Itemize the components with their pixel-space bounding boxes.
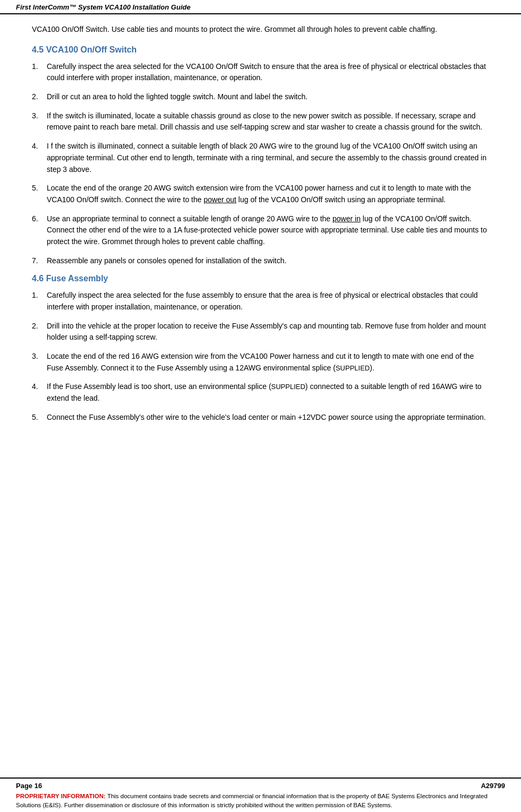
page-container: First InterComm™ System VCA100 Installat… (0, 0, 521, 812)
intro-paragraph: VCA100 On/Off Switch. Use cable ties and… (32, 24, 489, 36)
list-text-4: If the Fuse Assembly lead is too short, … (47, 381, 489, 404)
text-part: ). (370, 364, 374, 372)
list-text: Carefully inspect the area selected for … (47, 290, 489, 313)
footer-proprietary: PROPRIETARY INFORMATION: This document c… (16, 792, 505, 810)
list-item: 7. Reassemble any panels or consoles ope… (32, 255, 489, 267)
list-num: 5. (32, 412, 47, 424)
supplied-text: SUPPLIED (271, 383, 305, 391)
list-num: 5. (32, 183, 47, 194)
list-text: Carefully inspect the area selected for … (47, 61, 489, 84)
section-45-list: 1. Carefully inspect the area selected f… (32, 61, 489, 267)
list-text-3: Locate the end of the red 16 AWG extensi… (47, 351, 489, 374)
list-num: 1. (32, 290, 47, 301)
list-text: I f the switch is illuminated, connect a… (47, 141, 489, 175)
list-text: Drill or cut an area to hold the lighted… (47, 91, 489, 103)
main-content: VCA100 On/Off Switch. Use cable ties and… (0, 14, 521, 473)
power-out-text: power out (203, 195, 236, 204)
list-text: Reassemble any panels or consoles opened… (47, 255, 489, 267)
header-title: First InterComm™ System VCA100 Installat… (16, 3, 191, 11)
list-num: 4. (32, 141, 47, 152)
list-text-6: Use an appropriate terminal to connect a… (47, 213, 489, 248)
page-footer: Page 16 A29799 PROPRIETARY INFORMATION: … (0, 778, 521, 813)
section-46-heading: 4.6 Fuse Assembly (32, 274, 489, 283)
list-num: 2. (32, 321, 47, 332)
section-4-5: 4.5 VCA100 On/Off Switch 1. Carefully in… (32, 45, 489, 267)
text-part: lug of the VCA100 On/Off switch using an… (236, 195, 446, 204)
list-num: 4. (32, 381, 47, 393)
list-item: 1. Carefully inspect the area selected f… (32, 290, 489, 313)
list-item: 3. If the switch is illuminated, locate … (32, 110, 489, 133)
list-text-5: Locate the end of the orange 20 AWG swit… (47, 183, 489, 205)
text-part: Use an appropriate terminal to connect a… (47, 214, 332, 223)
page-header: First InterComm™ System VCA100 Installat… (0, 0, 521, 14)
page-number: Page 16 (16, 782, 42, 790)
list-item: 2. Drill into the vehicle at the proper … (32, 321, 489, 343)
list-text: If the switch is illuminated, locate a s… (47, 110, 489, 133)
footer-top-row: Page 16 A29799 (16, 782, 505, 790)
list-item: 3. Locate the end of the red 16 AWG exte… (32, 351, 489, 374)
proprietary-label: PROPRIETARY INFORMATION: (16, 793, 106, 799)
list-num: 7. (32, 255, 47, 267)
list-item: 5. Locate the end of the orange 20 AWG s… (32, 183, 489, 205)
power-in-text: power in (332, 214, 361, 223)
section-45-heading: 4.5 VCA100 On/Off Switch (32, 45, 489, 55)
list-num: 6. (32, 213, 47, 225)
section-4-6: 4.6 Fuse Assembly 1. Carefully inspect t… (32, 274, 489, 423)
list-num: 3. (32, 351, 47, 362)
list-item: 5. Connect the Fuse Assembly's other wir… (32, 412, 489, 424)
list-item: 6. Use an appropriate terminal to connec… (32, 213, 489, 248)
list-item: 2. Drill or cut an area to hold the ligh… (32, 91, 489, 103)
section-46-list: 1. Carefully inspect the area selected f… (32, 290, 489, 423)
list-num: 1. (32, 61, 47, 73)
doc-number: A29799 (481, 782, 505, 790)
list-item: 4. I f the switch is illuminated, connec… (32, 141, 489, 175)
text-part: If the Fuse Assembly lead is too short, … (47, 382, 271, 391)
list-text: Drill into the vehicle at the proper loc… (47, 321, 489, 343)
list-num: 2. (32, 91, 47, 103)
list-item: 4. If the Fuse Assembly lead is too shor… (32, 381, 489, 404)
list-num: 3. (32, 110, 47, 122)
list-item: 1. Carefully inspect the area selected f… (32, 61, 489, 84)
text-part: Locate the end of the red 16 AWG extensi… (47, 352, 474, 372)
list-text: Connect the Fuse Assembly's other wire t… (47, 412, 489, 424)
supplied-text: SUPPLIED (336, 364, 370, 372)
